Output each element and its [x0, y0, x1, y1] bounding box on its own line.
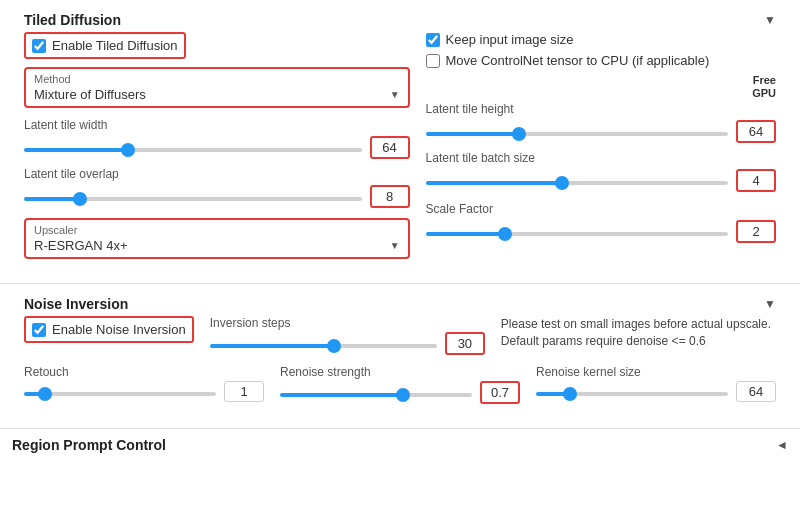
upscaler-label: Upscaler: [34, 224, 400, 236]
scale-factor-value[interactable]: 2: [736, 220, 776, 243]
renoise-strength-row: 0.7: [280, 381, 520, 404]
scale-factor-slider-container: [426, 224, 728, 239]
move-controlnet-checkbox[interactable]: [426, 54, 440, 68]
renoise-strength-slider[interactable]: [280, 393, 472, 397]
latent-tile-overlap-slider-container: [24, 189, 362, 204]
region-prompt-collapse[interactable]: ◄: [776, 438, 788, 452]
renoise-kernel-size-row: 64: [536, 381, 776, 402]
noise-inversion-info-text: Please test on small images before actua…: [501, 317, 771, 348]
enable-noise-inversion-box: Enable Noise Inversion: [24, 316, 194, 343]
latent-tile-overlap-slider[interactable]: [24, 197, 362, 201]
latent-tile-overlap-label: Latent tile overlap: [24, 167, 410, 181]
scale-factor-row: 2: [426, 220, 776, 243]
tiled-diffusion-section: Tiled Diffusion ▼ Enable Tiled Diffusion: [0, 0, 800, 284]
enable-tiled-diffusion-label[interactable]: Enable Tiled Diffusion: [32, 38, 178, 53]
latent-tile-width-label: Latent tile width: [24, 118, 410, 132]
latent-tile-width-slider-container: [24, 140, 362, 155]
retouch-value[interactable]: 1: [224, 381, 264, 402]
latent-tile-batch-size-label: Latent tile batch size: [426, 151, 776, 165]
latent-tile-batch-size-row: 4: [426, 169, 776, 192]
region-prompt-section: Region Prompt Control ◄: [0, 429, 800, 461]
latent-tile-overlap-row: 8: [24, 185, 410, 208]
keep-input-label[interactable]: Keep input image size: [426, 32, 574, 47]
tiled-diffusion-title: Tiled Diffusion: [24, 12, 121, 28]
renoise-strength-col: Renoise strength 0.7: [280, 365, 520, 404]
retouch-label: Retouch: [24, 365, 264, 379]
enable-tiled-diffusion-checkbox[interactable]: [32, 39, 46, 53]
renoise-strength-slider-container: [280, 385, 472, 400]
method-value: Mixture of Diffusers: [34, 87, 146, 102]
latent-tile-width-group: Latent tile width 64: [24, 118, 410, 159]
retouch-row: 1: [24, 381, 264, 402]
upscaler-select[interactable]: R-ESRGAN 4x+ ▼: [34, 238, 400, 253]
latent-tile-height-slider-container: [426, 124, 728, 139]
renoise-kernel-size-slider[interactable]: [536, 392, 728, 396]
latent-tile-height-group: Latent tile height 64: [426, 102, 776, 143]
enable-noise-col: Enable Noise Inversion: [24, 316, 194, 343]
tiled-diffusion-collapse[interactable]: ▼: [764, 13, 776, 27]
enable-tiled-diffusion-box: Enable Tiled Diffusion: [24, 32, 186, 59]
scale-factor-slider[interactable]: [426, 232, 728, 236]
latent-tile-batch-size-group: Latent tile batch size 4: [426, 151, 776, 192]
latent-tile-batch-size-slider[interactable]: [426, 181, 728, 185]
renoise-kernel-size-col: Renoise kernel size 64: [536, 365, 776, 402]
latent-tile-height-label: Latent tile height: [426, 102, 776, 116]
inversion-steps-slider[interactable]: [210, 344, 437, 348]
noise-inversion-section: Noise Inversion ▼ Enable Noise Inversion…: [0, 284, 800, 429]
move-controlnet-label[interactable]: Move ControlNet tensor to CPU (if applic…: [426, 53, 710, 68]
scale-factor-group: Scale Factor 2: [426, 202, 776, 243]
noise-inversion-info: Please test on small images before actua…: [501, 316, 776, 350]
inversion-steps-col: Inversion steps 30: [210, 316, 485, 355]
latent-tile-height-row: 64: [426, 120, 776, 143]
latent-tile-batch-size-value[interactable]: 4: [736, 169, 776, 192]
latent-tile-height-slider[interactable]: [426, 132, 728, 136]
left-column: Enable Tiled Diffusion Method Mixture of…: [24, 32, 410, 259]
method-box: Method Mixture of Diffusers ▼: [24, 67, 410, 108]
keep-input-row: Keep input image size: [426, 32, 776, 47]
scale-factor-label: Scale Factor: [426, 202, 776, 216]
noise-inversion-title: Noise Inversion: [24, 296, 128, 312]
renoise-kernel-size-label: Renoise kernel size: [536, 365, 776, 379]
latent-tile-width-row: 64: [24, 136, 410, 159]
renoise-kernel-size-slider-container: [536, 384, 728, 399]
latent-tile-batch-size-slider-container: [426, 173, 728, 188]
latent-tile-width-slider[interactable]: [24, 148, 362, 152]
method-dropdown-arrow[interactable]: ▼: [390, 89, 400, 100]
right-column: Keep input image size Move ControlNet te…: [426, 32, 776, 259]
method-label: Method: [34, 73, 400, 85]
upscaler-value: R-ESRGAN 4x+: [34, 238, 128, 253]
keep-input-checkbox[interactable]: [426, 33, 440, 47]
enable-noise-inversion-label[interactable]: Enable Noise Inversion: [32, 322, 186, 337]
inversion-steps-slider-container: [210, 336, 437, 351]
region-prompt-title: Region Prompt Control: [12, 437, 166, 453]
latent-tile-height-value[interactable]: 64: [736, 120, 776, 143]
inversion-steps-row: 30: [210, 332, 485, 355]
latent-tile-width-value[interactable]: 64: [370, 136, 410, 159]
method-select[interactable]: Mixture of Diffusers ▼: [34, 87, 400, 102]
renoise-kernel-size-value[interactable]: 64: [736, 381, 776, 402]
free-gpu-label: FreeGPU: [752, 74, 776, 100]
retouch-slider-container: [24, 384, 216, 399]
inversion-steps-value[interactable]: 30: [445, 332, 485, 355]
noise-row2: Retouch 1 Renoise strength 0.7: [24, 365, 776, 404]
enable-noise-inversion-checkbox[interactable]: [32, 323, 46, 337]
retouch-slider[interactable]: [24, 392, 216, 396]
latent-tile-overlap-value[interactable]: 8: [370, 185, 410, 208]
upscaler-box: Upscaler R-ESRGAN 4x+ ▼: [24, 218, 410, 259]
noise-inversion-collapse[interactable]: ▼: [764, 297, 776, 311]
free-gpu-header: FreeGPU: [426, 74, 776, 100]
latent-tile-overlap-group: Latent tile overlap 8: [24, 167, 410, 208]
upscaler-dropdown-arrow[interactable]: ▼: [390, 240, 400, 251]
move-controlnet-row: Move ControlNet tensor to CPU (if applic…: [426, 53, 776, 68]
renoise-strength-value[interactable]: 0.7: [480, 381, 520, 404]
renoise-strength-label: Renoise strength: [280, 365, 520, 379]
inversion-steps-label: Inversion steps: [210, 316, 485, 330]
retouch-col: Retouch 1: [24, 365, 264, 402]
